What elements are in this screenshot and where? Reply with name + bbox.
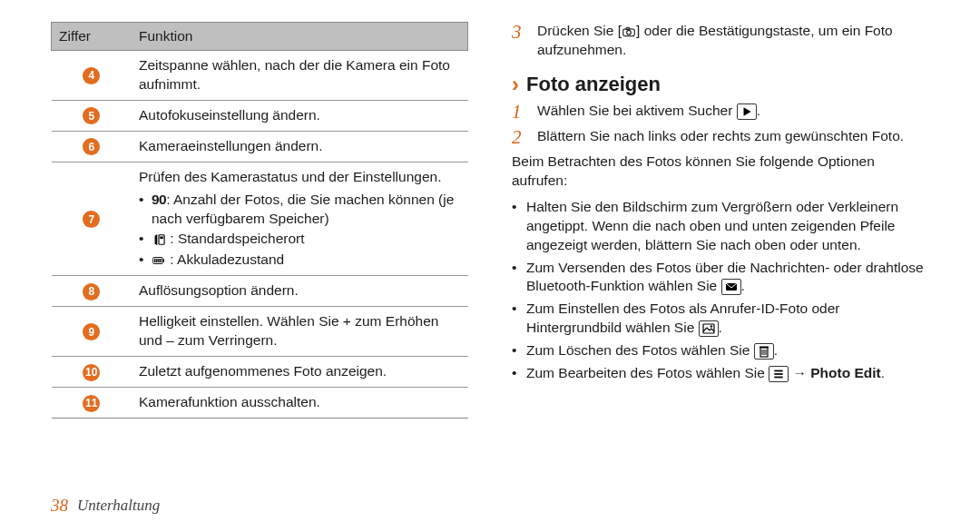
sub-item: 90: Anzahl der Fotos, die Sie machen kön… xyxy=(139,191,461,229)
svg-point-15 xyxy=(710,326,711,328)
th-ziffer: Ziffer xyxy=(52,23,132,51)
row-text: Autofokuseinstellung ändern. xyxy=(132,100,468,131)
manual-page: Ziffer Funktion 4 Zeitspanne wählen, nac… xyxy=(0,0,980,532)
svg-marker-12 xyxy=(743,107,750,115)
step-1: 1 Wählen Sie bei aktivem Sucher . xyxy=(512,102,929,122)
row-number-badge: 8 xyxy=(83,283,100,300)
row-number-badge: 5 xyxy=(83,107,100,124)
storage-icon xyxy=(152,233,166,246)
sub-text: : Anzahl der Fotos, die Sie machen könne… xyxy=(152,192,454,226)
play-icon xyxy=(737,103,757,120)
svg-rect-6 xyxy=(158,259,159,262)
row-number-badge: 9 xyxy=(83,323,100,340)
table-row: 4 Zeitspanne wählen, nach der die Kamera… xyxy=(52,51,468,101)
table-row: 9 Helligkeit einstellen. Wählen Sie + zu… xyxy=(52,307,468,357)
row-number-badge: 6 xyxy=(83,138,100,155)
sub-text: : Standardspeicherort xyxy=(170,231,304,246)
step-number: 1 xyxy=(512,102,528,122)
row-text: Zuletzt aufgenommenes Foto anzeigen. xyxy=(132,357,468,388)
trash-icon xyxy=(754,343,774,360)
row-text: Zeitspanne wählen, nach der die Kamera e… xyxy=(132,51,468,101)
step-number: 2 xyxy=(512,127,528,147)
table-row: 10 Zuletzt aufgenommenes Foto anzeigen. xyxy=(52,357,468,388)
svg-point-11 xyxy=(627,30,632,34)
svg-rect-14 xyxy=(703,324,714,333)
page-number: 38 xyxy=(51,496,68,516)
svg-marker-0 xyxy=(155,234,158,245)
row-number-badge: 4 xyxy=(83,67,100,84)
svg-rect-7 xyxy=(160,259,161,262)
option-item: Zum Löschen des Fotos wählen Sie . xyxy=(512,341,929,360)
battery-icon xyxy=(152,254,166,267)
step-number: 3 xyxy=(512,22,528,60)
option-item: Halten Sie den Bildschirm zum Vergrößern… xyxy=(512,198,929,255)
row-number-badge: 10 xyxy=(83,364,100,381)
option-item: Zum Bearbeiten des Fotos wählen Sie → Ph… xyxy=(512,364,929,383)
send-icon xyxy=(721,279,741,295)
svg-rect-5 xyxy=(156,259,157,262)
section-heading: › Foto anzeigen xyxy=(512,73,929,96)
table-row: 5 Autofokuseinstellung ändern. xyxy=(52,100,468,131)
camera-icon xyxy=(622,25,636,38)
svg-rect-20 xyxy=(760,347,769,349)
right-column: 3 Drücken Sie [] oder die Bestätigungsta… xyxy=(512,22,929,419)
left-column: Ziffer Funktion 4 Zeitspanne wählen, nac… xyxy=(51,22,468,419)
sub-item: : Akkuladezustand xyxy=(139,251,461,270)
page-footer: 38 Unterhaltung xyxy=(51,496,160,516)
row-text: Kamerafunktion ausschalten. xyxy=(132,387,468,418)
table-row: 7 Prüfen des Kamerastatus und der Einste… xyxy=(52,162,468,276)
sub-item: : Standardspeicherort xyxy=(139,230,461,249)
table-row: 6 Kameraeinstellungen ändern. xyxy=(52,131,468,162)
row-complex: Prüfen des Kamerastatus und der Einstell… xyxy=(132,162,468,276)
step-text: Wählen Sie bei aktivem Sucher . xyxy=(537,102,760,122)
sub-text: : Akkuladezustand xyxy=(170,251,284,267)
step-text: Drücken Sie [] oder die Bestätigungstast… xyxy=(537,22,929,60)
row-text: Helligkeit einstellen. Wählen Sie + zum … xyxy=(132,307,468,357)
chevron-icon: › xyxy=(512,74,519,95)
photo-edit-label: Photo Edit xyxy=(810,365,881,380)
table-row: 8 Auflösungsoption ändern. xyxy=(52,276,468,307)
footer-section: Unterhaltung xyxy=(77,497,160,515)
table-row: 11 Kamerafunktion ausschalten. xyxy=(52,387,468,418)
menu-icon xyxy=(769,366,789,382)
step-3: 3 Drücken Sie [] oder die Bestätigungsta… xyxy=(512,22,929,60)
photo-count-icon: 90 xyxy=(152,192,166,207)
row-number-badge: 7 xyxy=(83,211,100,228)
svg-rect-2 xyxy=(160,237,163,240)
svg-rect-4 xyxy=(154,259,155,262)
step-2: 2 Blättern Sie nach links oder rechts zu… xyxy=(512,127,929,147)
option-item: Zum Versenden des Fotos über die Nachric… xyxy=(512,259,929,297)
row-number-badge: 11 xyxy=(83,395,100,412)
row-text: Kameraeinstellungen ändern. xyxy=(132,131,468,162)
function-table: Ziffer Funktion 4 Zeitspanne wählen, nac… xyxy=(51,22,468,419)
section-title: Foto anzeigen xyxy=(526,73,661,96)
arrow: → xyxy=(789,365,810,380)
row-lead: Prüfen des Kamerastatus und der Einstell… xyxy=(139,169,441,184)
option-item: Zum Einstellen des Fotos als Anrufer-ID-… xyxy=(512,300,929,338)
table-header-row: Ziffer Funktion xyxy=(52,23,468,51)
svg-rect-8 xyxy=(163,260,164,263)
step-text: Blättern Sie nach links oder rechts zum … xyxy=(537,127,904,147)
options-intro: Beim Betrachten des Fotos können Sie fol… xyxy=(512,153,929,191)
th-funktion: Funktion xyxy=(132,23,468,51)
setas-icon xyxy=(699,320,719,337)
row-text: Auflösungsoption ändern. xyxy=(132,276,468,307)
options-list: Halten Sie den Bildschirm zum Vergrößern… xyxy=(512,198,929,383)
svg-rect-1 xyxy=(159,235,164,245)
